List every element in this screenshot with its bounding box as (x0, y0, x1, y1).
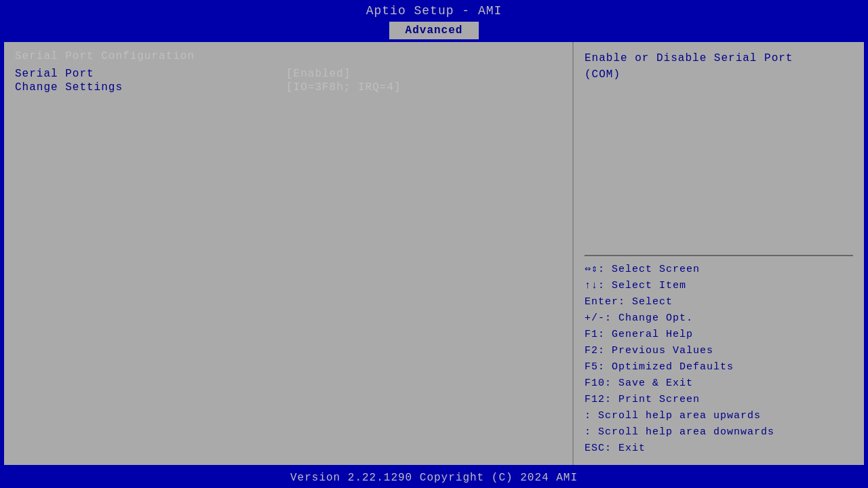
key-line: F12: Print Screen (585, 392, 853, 408)
divider (585, 255, 853, 256)
config-item-serial-port[interactable]: Serial Port [Enabled] (15, 68, 561, 80)
help-text: Enable or Disable Serial Port(COM) (585, 50, 853, 249)
footer-text: Version 2.22.1290 Copyright (C) 2024 AMI (290, 472, 578, 484)
key-line: F1: General Help (585, 327, 853, 343)
key-line: ESC: Exit (585, 441, 853, 457)
key-line: ↑↓: Select Item (585, 278, 853, 294)
right-panel: Enable or Disable Serial Port(COM) ⇔⇕: S… (574, 42, 864, 465)
tab-bar: Advanced (0, 20, 868, 39)
section-title: Serial Port Configuration (15, 50, 561, 62)
key-line: +/-: Change Opt. (585, 310, 853, 327)
left-panel: Serial Port Configuration Serial Port [E… (4, 42, 574, 465)
key-line: ⇔⇕: Select Screen (585, 262, 853, 278)
key-line: F10: Save & Exit (585, 375, 853, 392)
main-content: Serial Port Configuration Serial Port [E… (4, 42, 864, 465)
change-settings-label: Change Settings (15, 81, 286, 94)
key-line: F2: Previous Values (585, 343, 853, 359)
key-help: ⇔⇕: Select Screen↑↓: Select ItemEnter: S… (585, 262, 853, 457)
serial-port-label: Serial Port (15, 68, 286, 80)
key-line: Enter: Select (585, 294, 853, 310)
tab-advanced[interactable]: Advanced (389, 22, 479, 39)
footer: Version 2.22.1290 Copyright (C) 2024 AMI (0, 468, 868, 488)
change-settings-value: [IO=3F8h; IRQ=4] (286, 81, 401, 94)
serial-port-value: [Enabled] (286, 68, 351, 80)
key-line: F5: Optimized Defaults (585, 359, 853, 375)
config-item-change-settings[interactable]: Change Settings [IO=3F8h; IRQ=4] (15, 81, 561, 94)
key-line: : Scroll help area downwards (585, 424, 853, 441)
app-title: Aptio Setup - AMI (366, 4, 502, 18)
key-line: : Scroll help area upwards (585, 408, 853, 424)
title-bar: Aptio Setup - AMI (0, 0, 868, 20)
